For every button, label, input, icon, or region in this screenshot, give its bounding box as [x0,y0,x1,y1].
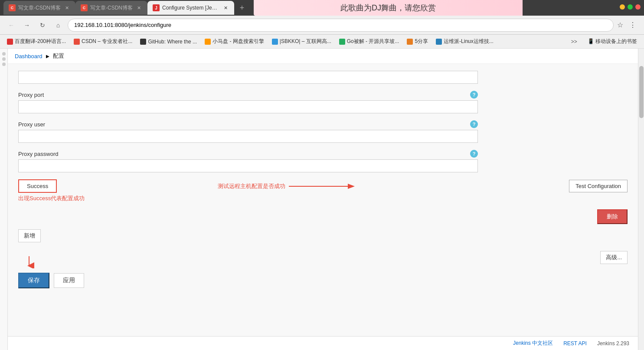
address-bar: ← → ↻ ⌂ ☆ ⋮ [0,16,644,35]
menu-button[interactable]: ⋮ [627,19,639,31]
save-arrow-annotation [23,256,36,268]
proxy-password-label-row: Proxy password ? [18,150,478,158]
apply-button[interactable]: 应用 [54,273,84,288]
bookmark-label-yun: 运维派-Linux运维技... [444,38,494,45]
address-input[interactable] [68,19,614,32]
minimize-button[interactable] [620,4,625,10]
proxy-password-help-icon[interactable]: ? [470,150,478,158]
breadcrumb-home[interactable]: Dashboard [15,53,42,59]
bookmark-go[interactable]: Go被解 - 开源共享坡... [336,37,403,46]
bookmark-sbkko[interactable]: |SBKKO| – 互联网高... [268,37,335,46]
delete-button[interactable]: 删除 [597,209,628,224]
footer-community-link[interactable]: Jenkins 中文社区 [513,340,553,347]
bookmark-label-csdn: CSDN – 专业发者社... [82,38,132,45]
tab-title-2: 写文章-CSDN博客 [90,4,133,12]
bookmark-baidu[interactable]: 百度翻译-200种语言... [3,37,69,46]
forward-button[interactable]: → [21,19,33,31]
add-button[interactable]: 新增 [18,229,41,242]
close-button[interactable] [635,4,641,10]
back-button[interactable]: ← [5,19,17,31]
footer-rest-api-link[interactable]: REST API [563,340,587,347]
bookmark-label-xmd: 小马盘 - 网盘搜索引擎 [212,38,264,45]
save-arrow-svg [23,256,36,268]
bookmark-favicon-github [140,39,146,45]
bookmark-favicon-go [339,39,345,45]
proxy-user-help-icon[interactable]: ? [470,120,478,128]
advanced-button[interactable]: 高级... [600,251,628,264]
bookmark-label-baidu: 百度翻译-200种语言... [15,38,66,45]
top-input[interactable] [18,71,478,84]
bookmark-fen[interactable]: 5分享 [403,37,432,46]
scrollbar-thumb[interactable] [639,66,644,118]
bookmark-label-fen: 5分享 [415,38,428,45]
annotation-arrow-svg [289,182,358,191]
tab-jenkins[interactable]: J Configure System [Jenkins] ✕ [147,1,234,15]
tab-close-3[interactable]: ✕ [222,4,229,11]
bookmark-star-icon[interactable]: ☆ [617,21,623,29]
bookmark-label-mobile: 📱 移动设备上的书签 [588,38,637,45]
form-group-proxy-user: Proxy user ? [18,120,628,143]
success-area: Success [18,179,57,193]
window-controls [620,4,641,10]
maximize-button[interactable] [628,4,633,10]
save-row: 保存 应用 [18,269,628,288]
proxy-port-help-icon[interactable]: ? [470,91,478,99]
bookmarks-bar: 百度翻译-200种语言... CSDN – 专业发者社... GitHub: W… [0,35,644,49]
save-button[interactable]: 保存 [18,273,49,288]
sidebar [0,49,8,350]
annotation-text: 测试远程主机配置是否成功 [218,182,285,190]
footer-version: Jenkins 2.293 [597,340,629,347]
home-button[interactable]: ⌂ [52,19,64,31]
scrollbar-track [638,49,644,350]
tab-close-1[interactable]: ✕ [63,4,70,11]
bookmark-favicon-fen [407,39,413,45]
bookmark-xmd[interactable]: 小马盘 - 网盘搜索引擎 [201,37,268,46]
success-badge: Success [18,179,57,193]
address-icons: ☆ [617,21,623,29]
bookmark-favicon-baidu [7,39,13,45]
bookmark-github[interactable]: GitHub: Where the ... [137,38,200,46]
success-row: Success 测试远程主机配置是否成功 [18,179,628,193]
proxy-port-label: Proxy port [18,92,44,98]
proxy-user-input[interactable] [18,130,478,143]
form-group-proxy-password: Proxy password ? [18,150,628,172]
tab-favicon-2: C [81,4,88,11]
success-note: 出现Success代表配置成功 [18,195,85,201]
proxy-user-label-row: Proxy user ? [18,120,478,128]
title-bar: C 写文章-CSDN博客 ✕ C 写文章-CSDN博客 ✕ J Configur… [0,0,644,16]
bookmark-label-sbkko: |SBKKO| – 互联网高... [280,38,331,45]
add-row: 新增 [18,229,628,242]
bookmark-label-github: GitHub: Where the ... [148,39,197,45]
music-banner: 此歌曲为DJ舞曲，请您欣赏 [254,0,523,16]
bookmarks-more-button[interactable]: >> [569,38,580,46]
test-configuration-button[interactable]: Test Configuration [569,180,628,192]
new-tab-button[interactable]: + [236,2,248,14]
bookmark-favicon-xmd [205,39,211,45]
tab-csdn-2[interactable]: C 写文章-CSDN博客 ✕ [75,1,147,15]
tab-title-1: 写文章-CSDN博客 [18,4,61,12]
tab-close-2[interactable]: ✕ [135,4,142,11]
sidebar-dot-2 [2,57,6,61]
breadcrumb-separator: ► [45,53,51,59]
bookmark-yun[interactable]: 运维派-Linux运维技... [432,37,497,46]
sidebar-dot [2,52,6,56]
bookmark-mobile[interactable]: 📱 移动设备上的书签 [584,37,641,46]
bookmark-favicon-sbkko [272,39,278,45]
breadcrumb: Dashboard ► 配置 [8,49,638,64]
proxy-password-label: Proxy password [18,151,58,157]
proxy-port-label-row: Proxy port ? [18,91,478,99]
reload-button[interactable]: ↻ [36,19,49,31]
music-text: 此歌曲为DJ舞曲，请您欣赏 [340,3,436,13]
proxy-password-input[interactable] [18,159,478,172]
tab-csdn-1[interactable]: C 写文章-CSDN博客 ✕ [3,1,75,15]
breadcrumb-current: 配置 [53,52,64,60]
bookmark-favicon-csdn [74,39,80,45]
advanced-row: 高级... [18,251,628,264]
tab-title-3: Configure System [Jenkins] [162,5,219,11]
bookmark-csdn[interactable]: CSDN – 专业发者社... [70,37,136,46]
success-note-row: 出现Success代表配置成功 [18,195,628,202]
proxy-port-input[interactable] [18,100,478,113]
tab-favicon-3: J [153,4,160,11]
sidebar-dot-3 [2,63,6,66]
form-group-proxy-port: Proxy port ? [18,91,628,113]
